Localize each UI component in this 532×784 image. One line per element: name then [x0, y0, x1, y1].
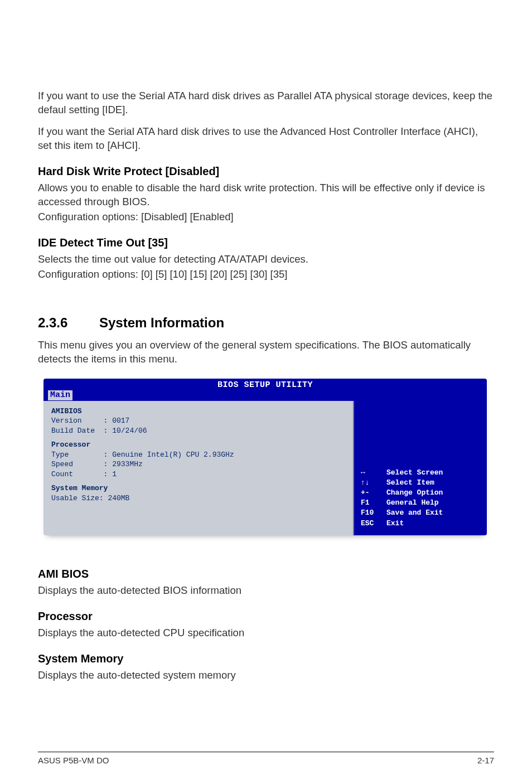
paragraph: This menu gives you an overview of the g…: [38, 338, 494, 366]
bios-left-panel: AMIBIOS Version : 0017 Build Date : 10/2…: [43, 401, 354, 535]
bios-row-cpu-type: Type : Genuine Intel(R) CPU 2.93GHz: [51, 450, 346, 460]
page-footer: ASUS P5B-VM DO 2-17: [38, 752, 494, 765]
bios-row-cpu-speed: Speed : 2933MHz: [51, 459, 346, 470]
paragraph: Displays the auto-detected system memory: [38, 669, 494, 683]
bios-help-select-item: ↑↓ Select Item: [361, 478, 481, 488]
bios-label-system-memory: System Memory: [51, 483, 346, 493]
paragraph: If you want to use the Serial ATA hard d…: [38, 89, 494, 117]
heading-ide-detect-time-out: IDE Detect Time Out [35]: [38, 236, 494, 249]
bios-label-processor: Processor: [51, 440, 346, 450]
footer-left: ASUS P5B-VM DO: [38, 756, 109, 765]
bios-setup-utility: BIOS SETUP UTILITY Main AMIBIOS Version …: [43, 379, 487, 535]
bios-help-select-screen: ↔ Select Screen: [361, 468, 481, 478]
heading-hard-disk-write-protect: Hard Disk Write Protect [Disabled]: [38, 165, 494, 178]
bios-row-version: Version : 0017: [51, 416, 346, 426]
paragraph: Allows you to enable to disable the hard…: [38, 181, 494, 209]
bios-row-build-date: Build Date : 10/24/06: [51, 426, 346, 436]
plus-minus-icon: +-: [361, 488, 386, 498]
help-text: Change Option: [386, 488, 443, 498]
paragraph: If you want the Serial ATA hard disk dri…: [38, 125, 494, 153]
bios-help-general-help: F1 General Help: [361, 498, 481, 508]
help-text: Save and Exit: [386, 508, 443, 518]
footer-page-number: 2-17: [477, 756, 494, 765]
key-f1: F1: [361, 498, 386, 508]
paragraph: Displays the auto-detected CPU specifica…: [38, 626, 494, 640]
key-esc: ESC: [361, 519, 386, 529]
paragraph: Selects the time out value for detecting…: [38, 253, 494, 267]
bios-tab-bar: Main: [43, 390, 487, 401]
paragraph: Configuration options: [Disabled] [Enabl…: [38, 210, 494, 224]
up-down-arrow-icon: ↑↓: [361, 478, 386, 488]
bios-help-panel: ↔ Select Screen ↑↓ Select Item +- Change…: [354, 401, 487, 535]
help-text: Exit: [386, 519, 404, 529]
bios-label-amibios: AMIBIOS: [51, 406, 346, 417]
section-title: System Information: [99, 315, 224, 330]
left-right-arrow-icon: ↔: [361, 468, 386, 478]
key-f10: F10: [361, 508, 386, 518]
bios-title-bar: BIOS SETUP UTILITY: [43, 379, 487, 390]
bios-help-save-exit: F10 Save and Exit: [361, 508, 481, 518]
bios-row-memory-size: Usable Size: 240MB: [51, 493, 346, 504]
bios-body: AMIBIOS Version : 0017 Build Date : 10/2…: [43, 401, 487, 535]
heading-system-information: 2.3.6System Information: [38, 315, 494, 331]
heading-ami-bios: AMI BIOS: [38, 568, 494, 580]
bios-help-change-option: +- Change Option: [361, 488, 481, 498]
help-text: Select Item: [386, 478, 434, 488]
bios-tab-main[interactable]: Main: [48, 390, 72, 400]
heading-system-memory: System Memory: [38, 652, 494, 665]
section-number: 2.3.6: [38, 315, 99, 331]
shadow-curve: [38, 548, 494, 555]
bios-help-exit: ESC Exit: [361, 519, 481, 529]
help-text: General Help: [386, 498, 439, 508]
paragraph: Configuration options: [0] [5] [10] [15]…: [38, 268, 494, 282]
heading-processor: Processor: [38, 610, 494, 623]
help-text: Select Screen: [386, 468, 443, 478]
paragraph: Displays the auto-detected BIOS informat…: [38, 584, 494, 598]
bios-row-cpu-count: Count : 1: [51, 470, 346, 480]
